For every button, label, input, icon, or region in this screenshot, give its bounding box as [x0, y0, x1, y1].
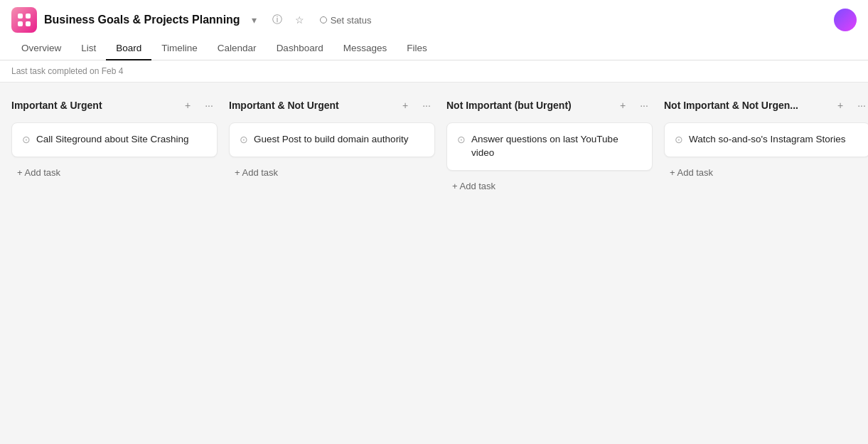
user-avatar[interactable] — [834, 9, 857, 31]
board-area: Important & Urgent + ··· ⊙ Call Sitegrou… — [0, 83, 868, 210]
task-row-4: ⊙ Watch so-and-so's Instagram Stories — [675, 133, 859, 147]
set-status-label: Set status — [331, 15, 372, 26]
column-title-4: Not Important & Not Urgen... — [664, 100, 827, 111]
status-bar: Last task completed on Feb 4 — [0, 60, 868, 83]
column-title-1: Important & Urgent — [11, 100, 175, 111]
task-check-icon-3[interactable]: ⊙ — [457, 134, 466, 145]
column-not-important-not-urgent: Not Important & Not Urgen... + ··· ⊙ Wat… — [664, 97, 868, 182]
column-header-4: Not Important & Not Urgen... + ··· — [664, 97, 868, 114]
task-check-icon-2[interactable]: ⊙ — [240, 134, 248, 145]
add-task-label-4: + Add task — [670, 167, 713, 178]
column-title-2: Important & Not Urgent — [229, 100, 392, 111]
header-top: Business Goals & Projects Planning ▾ ⓘ ☆… — [11, 0, 857, 37]
task-text-3: Answer questions on last YouTube video — [471, 133, 642, 160]
header: Business Goals & Projects Planning ▾ ⓘ ☆… — [0, 0, 868, 60]
column-add-btn-3[interactable]: + — [614, 97, 631, 114]
task-card-2[interactable]: ⊙ Guest Post to build domain authority — [229, 122, 435, 157]
app-icon-dot-1 — [18, 14, 23, 18]
tab-calendar[interactable]: Calendar — [208, 37, 267, 60]
task-check-icon-1[interactable]: ⊙ — [22, 134, 31, 145]
column-menu-btn-2[interactable]: ··· — [418, 97, 435, 114]
tab-messages[interactable]: Messages — [333, 37, 397, 60]
info-icon[interactable]: ⓘ — [269, 11, 286, 28]
column-add-btn-1[interactable]: + — [179, 97, 196, 114]
task-text-1: Call Siteground about Site Crashing — [36, 133, 189, 147]
task-text-2: Guest Post to build domain authority — [254, 133, 409, 147]
add-task-label-3: + Add task — [452, 181, 495, 191]
add-task-btn-1[interactable]: + Add task — [11, 163, 218, 182]
task-row-1: ⊙ Call Siteground about Site Crashing — [22, 133, 207, 147]
set-status-button[interactable]: Set status — [314, 13, 377, 28]
add-task-label-2: + Add task — [235, 167, 278, 178]
tab-overview[interactable]: Overview — [11, 37, 71, 60]
add-task-label-1: + Add task — [17, 167, 60, 178]
nav-tabs: Overview List Board Timeline Calendar Da… — [11, 37, 857, 60]
tab-dashboard[interactable]: Dashboard — [267, 37, 333, 60]
tab-files[interactable]: Files — [397, 37, 437, 60]
column-add-btn-2[interactable]: + — [397, 97, 414, 114]
column-header-3: Not Important (but Urgent) + ··· — [446, 97, 653, 114]
task-card-4[interactable]: ⊙ Watch so-and-so's Instagram Stories — [664, 122, 868, 157]
tab-timeline[interactable]: Timeline — [151, 37, 208, 60]
add-task-btn-4[interactable]: + Add task — [664, 163, 868, 182]
add-task-btn-3[interactable]: + Add task — [446, 176, 653, 196]
tab-board[interactable]: Board — [106, 37, 151, 60]
task-row-2: ⊙ Guest Post to build domain authority — [240, 133, 424, 147]
project-title: Business Goals & Projects Planning — [44, 14, 240, 26]
column-important-urgent: Important & Urgent + ··· ⊙ Call Sitegrou… — [11, 97, 218, 182]
task-row-3: ⊙ Answer questions on last YouTube video — [457, 133, 642, 160]
last-completed-text: Last task completed on Feb 4 — [11, 66, 123, 76]
column-important-not-urgent: Important & Not Urgent + ··· ⊙ Guest Pos… — [229, 97, 435, 182]
title-area: Business Goals & Projects Planning ▾ ⓘ ☆… — [44, 11, 827, 28]
task-text-4: Watch so-and-so's Instagram Stories — [689, 133, 845, 147]
column-title-3: Not Important (but Urgent) — [446, 100, 610, 111]
column-menu-btn-1[interactable]: ··· — [200, 97, 218, 114]
add-task-btn-2[interactable]: + Add task — [229, 163, 435, 182]
app-icon-dot-2 — [26, 14, 31, 18]
title-dropdown-icon[interactable]: ▾ — [246, 11, 263, 28]
status-circle-icon — [320, 16, 327, 23]
app-icon-grid — [18, 14, 31, 26]
app-icon-dot-4 — [26, 21, 31, 26]
column-menu-btn-4[interactable]: ··· — [853, 97, 868, 114]
tab-list[interactable]: List — [71, 37, 106, 60]
app-icon — [11, 7, 37, 33]
task-card-3[interactable]: ⊙ Answer questions on last YouTube video — [446, 122, 653, 171]
column-add-btn-4[interactable]: + — [832, 97, 849, 114]
task-card-1[interactable]: ⊙ Call Siteground about Site Crashing — [11, 122, 218, 157]
task-check-icon-4[interactable]: ⊙ — [675, 134, 683, 145]
column-menu-btn-3[interactable]: ··· — [636, 97, 653, 114]
column-header-1: Important & Urgent + ··· — [11, 97, 218, 114]
column-not-important-urgent: Not Important (but Urgent) + ··· ⊙ Answe… — [446, 97, 653, 196]
column-header-2: Important & Not Urgent + ··· — [229, 97, 435, 114]
star-icon[interactable]: ☆ — [291, 11, 309, 28]
app-icon-dot-3 — [18, 21, 23, 26]
